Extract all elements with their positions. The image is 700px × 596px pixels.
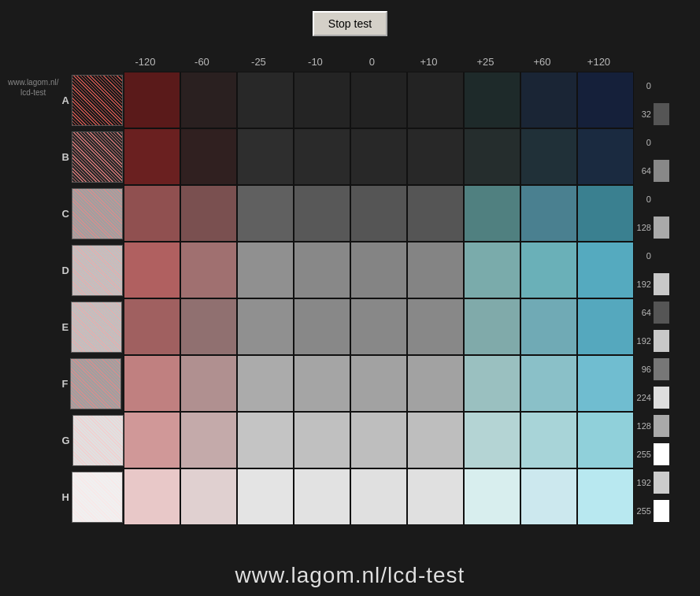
col-header-6: +25 <box>457 52 513 72</box>
grid-cell-F-0 <box>124 355 180 412</box>
grid-cell-A-8 <box>577 72 634 128</box>
grid-cell-A-4 <box>350 72 407 128</box>
grid-cell-D-2 <box>237 242 294 298</box>
grid-cell-B-6 <box>464 128 520 185</box>
right-swatch-4-0 <box>654 302 669 324</box>
grid-cell-E-3 <box>294 298 350 355</box>
right-swatch-2-1 <box>654 217 669 239</box>
grid-cell-G-8 <box>577 412 634 468</box>
preview-swatch-F <box>70 358 121 409</box>
preview-swatch-C <box>72 188 123 239</box>
right-label-group-5: 96224 <box>637 355 669 412</box>
stop-test-button[interactable]: Stop test <box>313 11 387 36</box>
col-header-0: -120 <box>117 52 173 72</box>
grid-cell-E-4 <box>350 298 407 355</box>
grid-cell-A-2 <box>237 72 294 128</box>
grid-row-D <box>124 242 634 298</box>
grid-cell-H-7 <box>520 468 577 525</box>
right-num-7-1: 255 <box>637 506 651 516</box>
grid-cell-B-1 <box>180 128 237 185</box>
grid-cell-H-2 <box>237 468 294 525</box>
grid-cell-C-7 <box>520 185 577 242</box>
grid-cell-G-6 <box>464 412 520 468</box>
grid-cell-A-6 <box>464 72 520 128</box>
right-swatch-7-1 <box>654 500 669 522</box>
grid-cell-E-5 <box>407 298 464 355</box>
grid-cell-A-3 <box>294 72 350 128</box>
grid-cell-C-8 <box>577 185 634 242</box>
right-swatch-6-0 <box>654 415 669 437</box>
right-num-6-1: 255 <box>637 450 651 459</box>
row-label-G: G <box>61 435 69 446</box>
row-label-B: B <box>61 151 69 163</box>
grid-cell-E-0 <box>124 298 180 355</box>
grid-cell-D-4 <box>350 242 407 298</box>
grid-cell-C-6 <box>464 185 520 242</box>
grid-cell-D-1 <box>180 242 237 298</box>
col-header-1: -60 <box>173 52 230 72</box>
grid-cell-F-6 <box>464 355 520 412</box>
col-header-4: 0 <box>343 52 400 72</box>
grid-row-H <box>124 468 634 525</box>
grid-cell-F-8 <box>577 355 634 412</box>
col-header-7: +60 <box>513 52 570 72</box>
grid-cell-D-8 <box>577 242 634 298</box>
grid-cell-E-6 <box>464 298 520 355</box>
row-label-C: C <box>61 208 69 220</box>
grid-cell-E-1 <box>180 298 237 355</box>
preview-swatch-A <box>72 75 123 126</box>
row-label-H: H <box>61 491 69 503</box>
grid-cell-C-0 <box>124 185 180 242</box>
right-swatch-0-1 <box>654 103 669 125</box>
grid-cell-D-3 <box>294 242 350 298</box>
row-labels-col: www.lagom.nl/ lcd-test <box>8 52 58 525</box>
grid-cell-D-5 <box>407 242 464 298</box>
right-num-4-1: 192 <box>637 336 651 346</box>
right-num-5-1: 224 <box>637 393 651 402</box>
preview-swatch-H <box>72 472 123 523</box>
grid-cell-F-1 <box>180 355 237 412</box>
right-swatch-6-1 <box>654 443 669 465</box>
right-swatch-2-0 <box>654 188 669 210</box>
right-num-3-0: 0 <box>646 251 651 261</box>
grid-cell-G-3 <box>294 412 350 468</box>
preview-swatch-G <box>72 415 124 466</box>
grid-cell-B-8 <box>577 128 634 185</box>
grid-cell-F-3 <box>294 355 350 412</box>
right-num-7-0: 192 <box>637 478 651 487</box>
right-swatch-1-0 <box>654 131 669 154</box>
col-header-2: -25 <box>230 52 287 72</box>
grid-cell-A-5 <box>407 72 464 128</box>
grid-cell-H-6 <box>464 468 520 525</box>
grid-cell-G-5 <box>407 412 464 468</box>
right-swatch-3-0 <box>654 245 669 267</box>
grid-cell-H-0 <box>124 468 180 525</box>
grid-cell-A-7 <box>520 72 577 128</box>
grid-cell-F-2 <box>237 355 294 412</box>
grid-cell-H-1 <box>180 468 237 525</box>
grid-row-F <box>124 355 634 412</box>
grid-cell-E-8 <box>577 298 634 355</box>
right-label-group-3: 0192 <box>637 242 669 298</box>
col-header-8: +120 <box>570 52 627 72</box>
grid-cell-A-0 <box>124 72 180 128</box>
grid-cell-B-0 <box>124 128 180 185</box>
grid-cell-C-3 <box>294 185 350 242</box>
grid-cell-D-7 <box>520 242 577 298</box>
row-label-D: D <box>61 265 69 276</box>
grid-cell-H-8 <box>577 468 634 525</box>
right-num-4-0: 64 <box>642 308 651 317</box>
grid-row-E <box>124 298 634 355</box>
grid-cell-F-4 <box>350 355 407 412</box>
row-label-F: F <box>61 378 68 390</box>
right-num-6-0: 128 <box>637 421 651 431</box>
grid-row-C <box>124 185 634 242</box>
right-label-group-4: 64192 <box>637 298 669 355</box>
grid-cell-H-5 <box>407 468 464 525</box>
grid-cell-F-5 <box>407 355 464 412</box>
right-num-2-0: 0 <box>646 194 651 204</box>
grid-cell-B-7 <box>520 128 577 185</box>
grid-cell-C-4 <box>350 185 407 242</box>
right-swatch-4-1 <box>654 330 669 352</box>
right-num-0-0: 0 <box>646 81 651 91</box>
